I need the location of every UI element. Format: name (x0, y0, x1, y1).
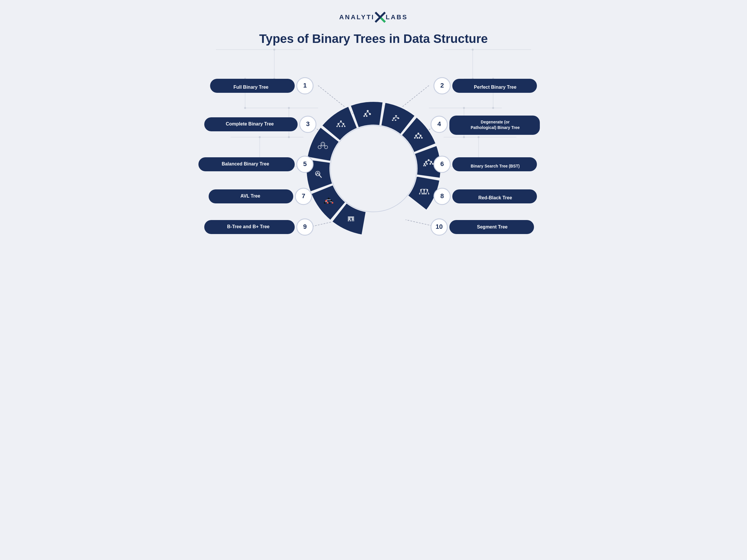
svg-rect-123 (395, 120, 396, 121)
svg-rect-57 (352, 220, 353, 222)
svg-point-18 (274, 49, 275, 50)
svg-text:8: 8 (440, 192, 444, 200)
svg-point-168 (419, 193, 420, 194)
svg-point-78 (317, 173, 318, 174)
svg-point-161 (427, 189, 428, 191)
svg-rect-56 (350, 220, 351, 222)
svg-point-125 (417, 133, 419, 134)
svg-text:Red-Black Tree: Red-Black Tree (478, 196, 512, 201)
svg-text:Perfect Binary Tree: Perfect Binary Tree (474, 85, 516, 90)
svg-point-107 (367, 110, 369, 112)
svg-text:4: 4 (437, 120, 441, 128)
logo-prefix: ANALYTI (339, 14, 375, 21)
svg-text:3: 3 (306, 120, 310, 128)
svg-point-26 (472, 49, 473, 50)
svg-text:2: 2 (440, 82, 444, 89)
svg-point-152 (425, 165, 426, 166)
svg-point-70 (329, 202, 331, 204)
svg-point-159 (420, 189, 422, 191)
svg-point-169 (422, 193, 423, 194)
svg-point-160 (423, 189, 425, 191)
svg-text:Segment Tree: Segment Tree (477, 225, 508, 230)
svg-point-174 (330, 126, 417, 212)
page-wrapper: ANALYTI LABS Types of Binary Trees in Da… (187, 6, 560, 268)
svg-text:6: 6 (440, 160, 444, 168)
svg-text:B-Tree and B+ Tree: B-Tree and B+ Tree (227, 224, 269, 229)
svg-text:AVL Tree: AVL Tree (240, 194, 260, 199)
svg-text:Full Binary Tree: Full Binary Tree (233, 85, 268, 90)
svg-point-89 (323, 145, 324, 145)
svg-text:7: 7 (302, 192, 305, 200)
svg-text:5: 5 (303, 160, 307, 168)
svg-point-171 (424, 193, 426, 194)
svg-text:9: 9 (303, 223, 307, 230)
svg-rect-58 (353, 220, 354, 222)
svg-point-144 (426, 163, 428, 164)
svg-point-101 (341, 126, 343, 127)
main-title: Types of Binary Trees in Data Structure (187, 31, 560, 46)
diagram-area: Full Binary Tree 1 Complete Binary Tree … (187, 58, 560, 268)
svg-rect-50 (348, 217, 354, 218)
svg-point-94 (340, 121, 342, 122)
svg-marker-35 (380, 17, 386, 23)
svg-point-69 (327, 202, 329, 204)
svg-rect-55 (348, 220, 349, 222)
svg-point-102 (344, 126, 345, 127)
svg-point-173 (428, 193, 429, 194)
diagram-svg: Full Binary Tree 1 Complete Binary Tree … (192, 61, 555, 265)
svg-text:Complete Binary Tree: Complete Binary Tree (226, 122, 274, 127)
svg-point-132 (418, 137, 420, 138)
logo-suffix: LABS (386, 14, 408, 21)
svg-point-145 (430, 163, 431, 164)
svg-text:Binary Search Tree (BST): Binary Search Tree (BST) (471, 164, 520, 169)
svg-point-88 (324, 144, 324, 145)
svg-point-93 (323, 143, 324, 144)
svg-text:Degenerate (or: Degenerate (or (481, 120, 510, 124)
svg-point-90 (322, 145, 323, 145)
svg-point-133 (421, 137, 422, 138)
logo-x-icon (375, 12, 386, 23)
svg-text:Balanced Binary Tree: Balanced Binary Tree (222, 162, 269, 167)
svg-rect-122 (392, 120, 394, 121)
svg-text:1: 1 (303, 82, 307, 89)
svg-point-100 (339, 126, 340, 127)
svg-point-151 (423, 165, 424, 166)
svg-point-131 (417, 137, 418, 138)
svg-point-91 (321, 144, 322, 145)
svg-point-170 (423, 193, 424, 194)
svg-point-92 (322, 143, 323, 144)
svg-text:10: 10 (436, 223, 443, 230)
svg-point-63 (328, 198, 330, 200)
svg-text:Pathological) Binary Tree: Pathological) Binary Tree (471, 125, 520, 130)
svg-point-113 (366, 116, 367, 117)
svg-point-172 (426, 193, 427, 194)
logo-area: ANALYTI LABS (187, 6, 560, 26)
